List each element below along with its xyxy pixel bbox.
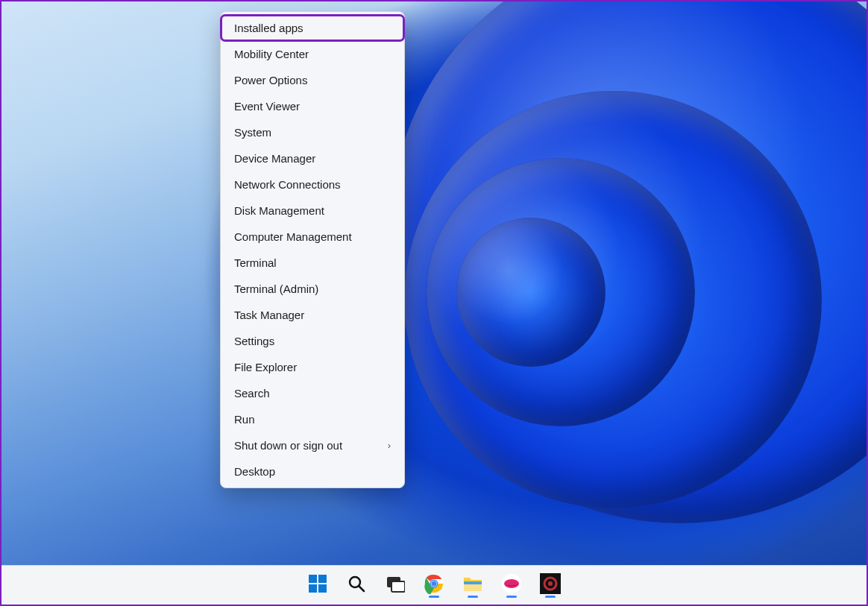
svg-rect-7: [391, 581, 405, 592]
taskbar-file-explorer-button[interactable]: [462, 572, 484, 595]
menu-item-settings[interactable]: Settings: [221, 328, 404, 354]
menu-item-shut-down-or-sign-out[interactable]: Shut down or sign out›: [221, 432, 404, 458]
lips-app-icon: [501, 573, 522, 594]
menu-item-event-viewer[interactable]: Event Viewer: [221, 93, 404, 119]
svg-rect-13: [464, 581, 482, 584]
search-icon: [347, 574, 366, 593]
winx-context-menu[interactable]: Installed appsMobility CenterPower Optio…: [220, 11, 405, 488]
menu-item-device-manager[interactable]: Device Manager: [221, 145, 404, 171]
menu-item-label: Device Manager: [234, 152, 315, 165]
menu-item-file-explorer[interactable]: File Explorer: [221, 354, 404, 380]
menu-item-label: Desktop: [234, 465, 275, 478]
taskbar-running-indicator: [351, 596, 362, 598]
task-view-icon: [386, 574, 405, 593]
taskbar-running-indicator: [468, 596, 478, 598]
menu-item-computer-management[interactable]: Computer Management: [221, 224, 404, 250]
taskbar-lips-app-button[interactable]: [500, 572, 523, 595]
menu-item-label: Event Viewer: [234, 100, 300, 113]
menu-item-mobility-center[interactable]: Mobility Center: [221, 41, 404, 67]
taskbar: [1, 565, 867, 605]
menu-item-power-options[interactable]: Power Options: [221, 67, 404, 93]
chevron-right-icon: ›: [388, 440, 391, 451]
menu-item-search[interactable]: Search: [221, 380, 404, 406]
file-explorer-icon: [462, 575, 483, 593]
taskbar-running-indicator: [545, 596, 556, 598]
svg-rect-0: [309, 575, 317, 583]
taskbar-running-indicator: [429, 596, 439, 598]
menu-item-network-connections[interactable]: Network Connections: [221, 171, 404, 198]
menu-item-label: Installed apps: [234, 22, 304, 34]
taskbar-chrome-button[interactable]: [423, 572, 445, 595]
svg-rect-2: [309, 584, 317, 593]
menu-item-label: Run: [234, 413, 255, 426]
menu-item-label: Settings: [234, 335, 274, 347]
taskbar-obs-app-button[interactable]: [539, 572, 562, 595]
menu-item-label: Mobility Center: [234, 48, 309, 60]
svg-point-15: [504, 579, 519, 588]
menu-item-label: Shut down or sign out: [234, 439, 342, 452]
chrome-icon: [424, 573, 444, 594]
taskbar-search-button[interactable]: [345, 572, 368, 595]
menu-item-label: File Explorer: [234, 361, 297, 373]
menu-item-label: Disk Management: [234, 204, 324, 217]
menu-item-disk-management[interactable]: Disk Management: [221, 198, 404, 224]
desktop-wallpaper: [1, 1, 867, 605]
menu-item-label: Computer Management: [234, 230, 352, 243]
svg-line-5: [359, 587, 365, 592]
menu-item-terminal[interactable]: Terminal: [221, 250, 404, 276]
taskbar-start-button[interactable]: [306, 572, 329, 595]
menu-item-task-manager[interactable]: Task Manager: [221, 302, 404, 328]
taskbar-running-indicator: [390, 596, 400, 598]
svg-rect-3: [318, 584, 327, 593]
menu-item-label: Search: [234, 387, 270, 400]
menu-item-system[interactable]: System: [221, 119, 404, 145]
menu-item-terminal-admin-[interactable]: Terminal (Admin): [221, 276, 404, 302]
start-icon: [308, 574, 327, 593]
svg-point-11: [432, 581, 437, 587]
obs-app-icon: [540, 573, 561, 594]
menu-item-installed-apps[interactable]: Installed apps: [221, 15, 404, 41]
menu-item-label: Terminal: [234, 256, 277, 269]
menu-item-label: System: [234, 126, 271, 139]
wallpaper-swirl: [456, 218, 606, 367]
taskbar-task-view-button[interactable]: [384, 572, 406, 595]
menu-item-label: Task Manager: [234, 309, 304, 321]
menu-item-label: Terminal (Admin): [234, 283, 318, 295]
menu-item-run[interactable]: Run: [221, 406, 404, 432]
svg-point-18: [548, 581, 553, 586]
menu-item-label: Power Options: [234, 74, 307, 86]
taskbar-running-indicator: [312, 596, 323, 598]
menu-item-label: Network Connections: [234, 178, 341, 191]
taskbar-running-indicator: [506, 596, 517, 598]
svg-rect-1: [318, 575, 327, 583]
menu-item-desktop[interactable]: Desktop: [221, 458, 404, 485]
